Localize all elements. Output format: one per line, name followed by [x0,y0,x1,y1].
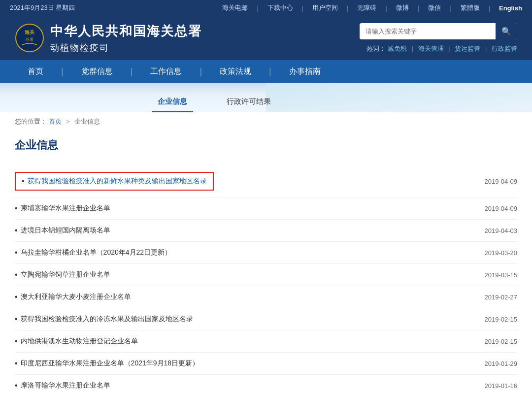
breadcrumb: 您的位置： 首页 > 企业信息 [0,112,532,128]
nav-work[interactable]: 工作信息 [133,60,200,83]
article-link-3[interactable]: 乌拉圭输华柑橘企业名单（2020年4月22日更新） [15,248,171,257]
lang-traditional[interactable]: 繁體版 [461,3,480,12]
article-date-6: 2019-02-15 [485,316,518,323]
svg-text:海关: 海关 [25,30,35,35]
article-date-3: 2019-03-20 [485,249,518,257]
article-item-1: 柬埔寨输华水果注册企业名单 2019-04-09 [15,197,517,220]
article-date-8: 2019-01-29 [485,360,518,367]
article-link-9[interactable]: 摩洛哥输华水果注册企业名单 [15,381,110,390]
article-item-8: 印度尼西亚输华水果注册企业名单（2021年9月18日更新） 2019-01-29 [15,353,517,375]
article-link-8[interactable]: 印度尼西亚输华水果注册企业名单（2021年9月18日更新） [15,359,199,368]
search-input[interactable] [360,24,496,38]
nav-download-center[interactable]: 下载中心 [267,3,293,12]
article-link-0[interactable]: 获得我国检验检疫准入的新鲜水果种类及输出国家地区名录 [28,177,207,186]
sub-nav-bg [266,83,532,112]
article-item-7: 内地供港澳水生动物注册登记企业名单 2019-02-15 [15,330,517,353]
article-item-6: 获得我国检验检疫准入的冷冻水果及输出国家及地区名录 2019-02-15 [15,308,517,330]
article-item-5: 澳大利亚输华大麦小麦注册企业名单 2019-02-27 [15,286,517,308]
article-item-0: • 获得我国检验检疫准入的新鲜水果种类及输出国家地区名录 2019-04-09 [15,165,517,197]
nav-home[interactable]: 首页 [10,60,61,83]
header-right: 🔍 热词： 减免税 | 海关管理 | 货运监管 | 行政监管 [360,23,517,53]
article-date-0: 2019-04-09 [485,178,518,185]
wechat-icon[interactable]: 微信 [428,3,441,12]
nav-policy[interactable]: 政策法规 [202,60,269,83]
article-item-2: 进境日本锦鲤国内隔离场名单 2019-04-03 [15,220,517,242]
article-date-1: 2019-04-09 [485,205,518,212]
sub-nav-wrapper: 企业信息 行政许可结果 [0,83,532,112]
article-item-3: 乌拉圭输华柑橘企业名单（2020年4月22日更新） 2019-03-20 [15,242,517,264]
sub-title: 动植物检疫司 [50,42,202,54]
tab-enterprise-info[interactable]: 企业信息 [138,90,207,112]
top-bar-links: 海关电邮 | 下载中心 | 用户空间 | 无障碍 | 微博 | 微信 | 繁體版… [222,3,522,12]
top-bar: 2021年9月23日 星期四 海关电邮 | 下载中心 | 用户空间 | 无障碍 … [0,0,532,16]
article-date-9: 2019-01-16 [485,382,518,390]
article-link-6[interactable]: 获得我国检验检疫准入的冷冻水果及输出国家及地区名录 [15,315,193,324]
hotword-4[interactable]: 行政监管 [492,45,517,52]
article-item-9: 摩洛哥输华水果注册企业名单 2019-01-16 [15,375,517,393]
article-link-7[interactable]: 内地供港澳水生动物注册登记企业名单 [15,337,138,346]
hotword-2[interactable]: 海关管理 [418,45,444,52]
article-date-4: 2019-03-15 [485,271,518,279]
article-link-2[interactable]: 进境日本锦鲤国内隔离场名单 [15,226,110,235]
sub-nav-tabs: 企业信息 行政许可结果 [138,90,291,112]
main-title: 中华人民共和国海关总署 [50,23,202,40]
logo-icon: 海关 总署 [15,23,44,53]
main-nav: 首页 | 党群信息 | 工作信息 | 政策法规 | 办事指南 [0,60,532,83]
nav-accessibility[interactable]: 无障碍 [357,3,376,12]
nav-party[interactable]: 党群信息 [64,60,131,83]
tab-admin-permit[interactable]: 行政许可结果 [207,90,291,112]
breadcrumb-current: 企业信息 [74,118,100,125]
hotwords-bar: 热词： 减免税 | 海关管理 | 货运监管 | 行政监管 [366,44,517,53]
nav-user-space[interactable]: 用户空间 [312,3,338,12]
lang-english[interactable]: English [499,4,522,12]
article-list: • 获得我国检验检疫准入的新鲜水果种类及输出国家地区名录 2019-04-09 … [15,165,517,393]
site-header: 海关 总署 中华人民共和国海关总署 动植物检疫司 🔍 热词： 减免税 | 海关管… [0,16,532,60]
breadcrumb-label: 您的位置： [15,118,47,125]
hotwords-label: 热词： [366,45,386,52]
article-highlight-box: • 获得我国检验检疫准入的新鲜水果种类及输出国家地区名录 [15,172,214,191]
logo-area: 海关 总署 中华人民共和国海关总署 动植物检疫司 [15,23,202,54]
search-button[interactable]: 🔍 [496,23,517,39]
hotword-1[interactable]: 减免税 [388,45,407,52]
breadcrumb-home[interactable]: 首页 [49,118,62,125]
article-item-4: 立陶宛输华饲草注册企业名单 2019-03-15 [15,264,517,286]
weibo-icon[interactable]: 微博 [396,3,409,12]
date-display: 2021年9月23日 星期四 [10,3,75,12]
svg-text:总署: 总署 [25,37,33,42]
article-link-5[interactable]: 澳大利亚输华大麦小麦注册企业名单 [15,293,131,301]
article-date-7: 2019-02-15 [485,338,518,345]
main-content: 企业信息 • 获得我国检验检疫准入的新鲜水果种类及输出国家地区名录 2019-0… [0,128,532,393]
nav-haidian-email[interactable]: 海关电邮 [222,3,248,12]
bullet-icon: • [22,177,25,186]
article-link-1[interactable]: 柬埔寨输华水果注册企业名单 [15,204,110,213]
nav-guide[interactable]: 办事指南 [271,60,338,83]
hotword-3[interactable]: 货运监管 [455,45,480,52]
logo-text: 中华人民共和国海关总署 动植物检疫司 [50,23,202,54]
article-date-5: 2019-02-27 [485,294,518,301]
article-link-4[interactable]: 立陶宛输华饲草注册企业名单 [15,270,110,279]
page-title: 企业信息 [15,133,517,161]
search-box: 🔍 [360,23,517,39]
article-date-2: 2019-04-03 [485,227,518,234]
